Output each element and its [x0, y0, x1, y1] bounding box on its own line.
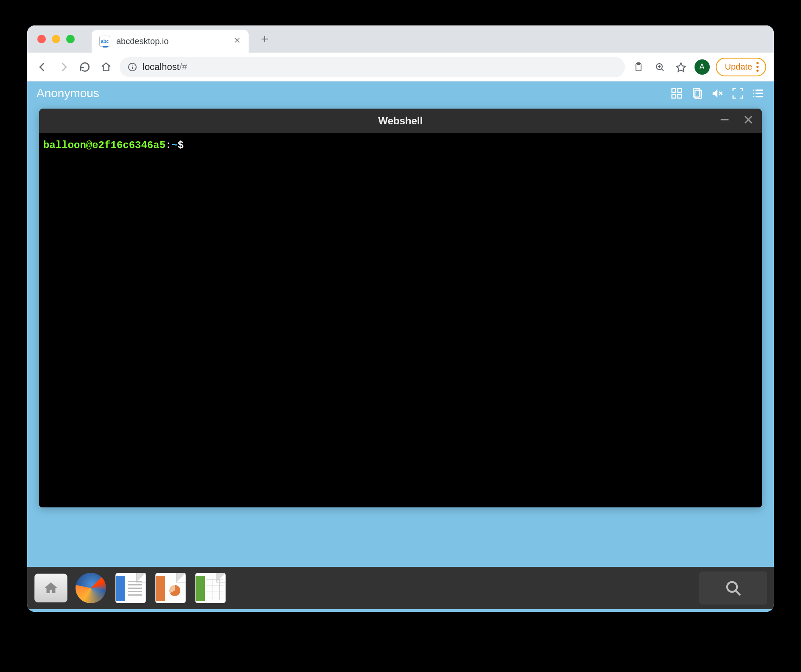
terminal-body[interactable]: balloon@e2f16c6346a5:~$: [39, 133, 762, 507]
bookmark-star-icon[interactable]: [673, 59, 689, 75]
url-host: localhost: [143, 62, 179, 72]
new-tab-button[interactable]: [256, 31, 273, 48]
maximize-window-button[interactable]: [66, 35, 75, 43]
reload-button[interactable]: [77, 59, 92, 75]
back-button[interactable]: [35, 59, 50, 75]
dock-app-files[interactable]: [34, 571, 68, 605]
prompt-path: ~: [171, 140, 177, 151]
svg-point-6: [132, 64, 133, 65]
impress-doc-icon: [155, 573, 186, 603]
home-button[interactable]: [98, 59, 114, 75]
webshell-window-controls: [719, 109, 754, 133]
svg-rect-17: [678, 95, 682, 98]
calc-doc-icon: [195, 573, 226, 603]
svg-marker-13: [676, 63, 686, 72]
webshell-minimize-icon[interactable]: [719, 114, 731, 128]
svg-line-10: [661, 69, 664, 71]
writer-doc-icon: [115, 573, 146, 603]
profile-avatar[interactable]: A: [695, 59, 710, 75]
clipboard-sync-icon[interactable]: [691, 87, 703, 100]
menu-list-icon[interactable]: [752, 87, 765, 100]
tab-strip: abc abcdesktop.io: [27, 25, 774, 53]
dock-app-firefox[interactable]: [74, 571, 108, 605]
remote-desktop-viewport: Anonymous: [27, 81, 774, 612]
desktop-user-label: Anonymous: [36, 87, 99, 100]
firefox-icon: [76, 573, 106, 603]
apps-grid-icon[interactable]: [670, 87, 683, 100]
dock-app-calc[interactable]: [193, 571, 227, 605]
tab-favicon: abc: [99, 36, 110, 47]
desktop-topbar-icons: [670, 87, 765, 100]
forward-button[interactable]: [56, 59, 71, 75]
tab-title: abcdesktop.io: [116, 36, 227, 46]
svg-point-25: [753, 90, 754, 91]
volume-muted-icon[interactable]: [711, 87, 724, 100]
svg-point-31: [727, 582, 737, 592]
dock-taskbar: [27, 567, 774, 609]
prompt-user-host: balloon@e2f16c6346a5: [43, 140, 165, 151]
fullscreen-icon[interactable]: [731, 87, 744, 100]
svg-point-26: [753, 92, 754, 94]
dock-app-impress[interactable]: [154, 571, 188, 605]
svg-line-32: [736, 591, 740, 595]
search-icon: [725, 580, 742, 596]
window-controls: [37, 35, 75, 43]
menu-dots-icon: [756, 62, 759, 72]
webshell-close-icon[interactable]: [742, 114, 754, 128]
update-button[interactable]: Update: [716, 58, 767, 76]
url-path: /#: [179, 62, 187, 72]
browser-toolbar: localhost/# A Update: [27, 53, 774, 81]
avatar-initial: A: [699, 62, 704, 71]
dock-app-writer[interactable]: [114, 571, 148, 605]
tab-close-icon[interactable]: [233, 36, 241, 46]
webshell-title: Webshell: [378, 115, 423, 127]
folder-home-icon: [34, 574, 67, 602]
desktop-workspace[interactable]: Webshell balloon@e2f16c6346a5:~$: [27, 105, 774, 567]
svg-rect-14: [672, 89, 676, 92]
site-info-icon[interactable]: [127, 62, 137, 72]
minimize-window-button[interactable]: [52, 35, 60, 43]
desktop-bottom-accent: [27, 609, 774, 612]
dock-search-button[interactable]: [699, 571, 767, 605]
clipboard-icon[interactable]: [631, 59, 646, 75]
update-label: Update: [725, 62, 753, 72]
webshell-titlebar[interactable]: Webshell: [39, 109, 762, 133]
zoom-icon[interactable]: [652, 59, 667, 75]
url-text: localhost/#: [143, 62, 187, 73]
svg-point-27: [753, 96, 754, 97]
webshell-window: Webshell balloon@e2f16c6346a5:~$: [39, 109, 762, 507]
browser-tab[interactable]: abc abcdesktop.io: [92, 30, 249, 53]
close-window-button[interactable]: [37, 35, 46, 43]
desktop-topbar: Anonymous: [27, 81, 774, 105]
svg-rect-15: [678, 89, 682, 92]
prompt-separator: :: [165, 140, 171, 151]
prompt-symbol: $: [178, 140, 184, 151]
browser-window: abc abcdesktop.io localhost/#: [27, 25, 774, 612]
address-bar[interactable]: localhost/#: [120, 57, 625, 77]
svg-rect-16: [672, 95, 676, 98]
